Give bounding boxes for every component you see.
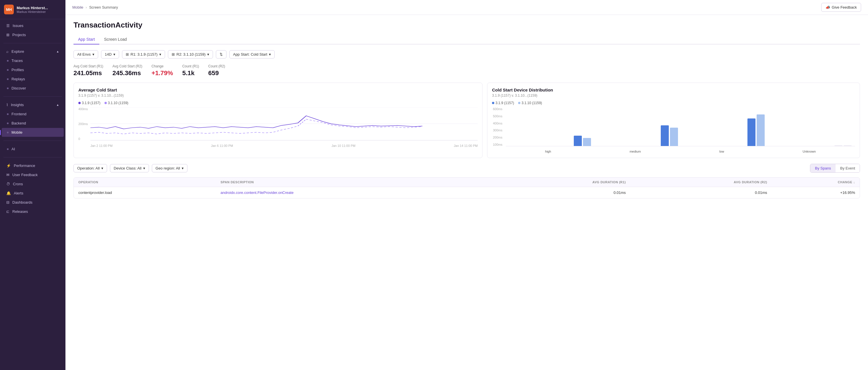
dashboards-icon: ⊟ [6,200,9,204]
breadcrumb-parent[interactable]: Mobile [72,5,83,9]
sidebar-item-label: Frontend [11,112,26,116]
sidebar-item-issues[interactable]: ☰ Issues [2,21,64,30]
sidebar-item-crons[interactable]: ⏱ Crons [2,179,64,189]
y-label: 600ms [492,107,502,111]
chevron-down-icon4: ▾ [207,52,209,57]
sidebar-explore-header[interactable]: ⌕ Explore ▲ [2,47,64,56]
r1-filter[interactable]: ⊞ R1: 3.1.9 (1157) ▾ [122,50,165,59]
bar-chart-legend: 3.1.9 (1157) 3.1.10 (1159) [492,101,855,105]
r2-filter[interactable]: ⊞ R2: 3.1.10 (1159) ▾ [168,50,213,59]
operation-filter[interactable]: Operation: All ▾ [73,164,107,172]
sidebar-item-projects[interactable]: ⊞ Projects [2,30,64,39]
sidebar-item-user-feedback[interactable]: ✉ User Feedback [2,170,64,179]
user-name: Markus Hinterst... [17,6,48,10]
sidebar-item-label: Crons [13,182,23,186]
bar-r1-low [747,119,755,146]
geo-region-filter[interactable]: Geo region: All ▾ [152,164,187,172]
table-row: contentprovider.load androidx.core.conte… [74,187,860,199]
give-feedback-button[interactable]: 📣 Give Feedback [821,3,861,12]
sidebar-divider4 [3,157,62,158]
chevron-down-icon8: ▾ [182,166,184,170]
sidebar-item-label: Issues [12,24,24,28]
main-content: Mobile › Screen Summary 📣 Give Feedback … [65,0,868,370]
legend-dot-r1 [79,102,81,104]
line-chart-y-axis: 400ms 200ms 0 [79,107,90,140]
bar-chart-area [506,107,855,146]
sidebar-divider2 [3,96,62,97]
sidebar-item-backend[interactable]: Backend [2,119,64,128]
sidebar-item-discover[interactable]: Discover [2,84,64,93]
release-icon: ⊞ [126,52,129,57]
bar-group-medium [596,125,678,146]
sidebar-item-replays[interactable]: Replays [2,75,64,83]
sidebar-item-releases[interactable]: ⊏ Releases [2,207,64,216]
sidebar-item-dashboards[interactable]: ⊟ Dashboards [2,198,64,207]
col-span-description: SPAN DESCRIPTION [216,177,489,187]
period-filter[interactable]: 14D ▾ [101,50,119,59]
bar-chart-x-axis: high medium low Unknown [506,150,855,153]
col-operation: OPERATION [74,177,216,187]
span-description-link[interactable]: androidx.core.content.FileProvider.onCre… [220,191,293,195]
sidebar: MH Markus Hinterst... Markus Hinterstein… [0,0,65,370]
crons-icon: ⏱ [6,182,10,186]
stat-label: Avg Cold Start (R2) [113,64,143,68]
issues-icon: ☰ [6,24,10,28]
y-label: 200ms [492,136,502,139]
legend-label-r1: 3.1.9 (1157) [82,101,100,105]
sidebar-item-frontend[interactable]: Frontend [2,109,64,119]
tab-app-start[interactable]: App Start [73,35,99,44]
sidebar-item-mobile[interactable]: Mobile [2,128,64,137]
sidebar-item-profiles[interactable]: Profiles [2,65,64,74]
line-chart-card: Average Cold Start 3.1.9 (1157) v. 3.1.1… [73,82,483,158]
y-label: 300ms [492,129,502,132]
sidebar-item-label: User Feedback [12,173,38,177]
toggle-by-spans[interactable]: By Spans [810,164,836,172]
filter-r2-label: R2: 3.1.10 (1159) [177,52,206,57]
filter-r1-label: R1: 3.1.9 (1157) [131,52,158,57]
charts-row: Average Cold Start 3.1.9 (1157) v. 3.1.1… [73,82,860,158]
legend-dot-bar-r1 [492,102,494,104]
x-label: Jan 14 11:00 PM [454,144,477,147]
sidebar-insights-header[interactable]: ⌇ Insights ▲ [2,100,64,109]
line-chart: 400ms 200ms 0 [79,107,477,147]
dot-icon [7,69,9,71]
env-filter[interactable]: All Envs ▾ [73,50,98,59]
user-subname: Markus Hintersteiner [17,10,48,13]
breadcrumb-current: Screen Summary [89,5,118,9]
chevron-down-icon2: ▾ [113,52,115,57]
swap-button[interactable]: ⇅ [216,50,226,59]
feedback-megaphone-icon: 📣 [826,5,830,9]
performance-icon: ⚡ [6,164,11,168]
app-start-filter[interactable]: App Start: Cold Start ▾ [229,50,275,59]
swap-icon: ⇅ [220,52,223,57]
stat-value: 245.36ms [113,69,143,77]
x-label: Jan 2 11:00 PM [90,144,113,147]
chevron-down-icon6: ▾ [101,166,103,170]
col-avg-r2: AVG DURATION (R2) [630,177,772,187]
sidebar-item-label: Replays [11,77,25,81]
filters-bar: All Envs ▾ 14D ▾ ⊞ R1: 3.1.9 (1157) ▾ ⊞ … [73,50,860,59]
sidebar-item-label: Discover [11,86,26,90]
legend-label-r2: 3.1.10 (1159) [108,101,128,105]
toggle-by-event[interactable]: By Event [836,164,860,172]
sidebar-item-alerts[interactable]: 🔔 Alerts [2,189,64,198]
breadcrumb-separator: › [86,5,87,9]
y-label: 100ms [492,143,502,146]
geo-region-label: Geo region: All [156,166,180,170]
cell-operation: contentprovider.load [74,187,216,199]
sidebar-item-label: Dashboards [12,200,32,204]
data-table-container: OPERATION SPAN DESCRIPTION AVG DURATION … [73,177,860,199]
sidebar-item-traces[interactable]: Traces [2,56,64,65]
table-header-row: OPERATION SPAN DESCRIPTION AVG DURATION … [74,177,860,187]
sidebar-item-label: Projects [12,33,26,37]
legend-dot-r2 [104,102,107,104]
sidebar-item-performance[interactable]: ⚡ Performance [2,161,64,170]
tab-screen-load[interactable]: Screen Load [99,35,131,44]
device-class-filter[interactable]: Device Class: All ▾ [110,164,149,172]
line-chart-area [90,107,477,140]
projects-icon: ⊞ [6,33,9,37]
sidebar-item-ai[interactable]: AI [2,144,64,154]
explore-label: Explore [11,49,24,54]
data-table: OPERATION SPAN DESCRIPTION AVG DURATION … [74,177,860,198]
stat-label: Change [152,64,173,68]
